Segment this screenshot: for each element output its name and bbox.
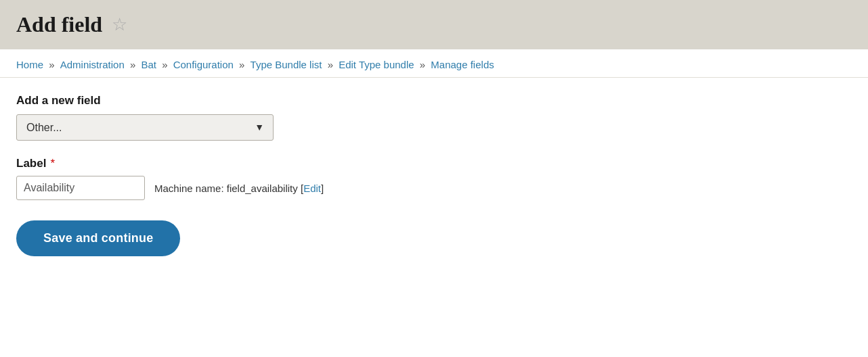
label-input[interactable] — [16, 176, 145, 200]
label-section: Label * Machine name: field_availability… — [16, 157, 852, 200]
required-star: * — [50, 157, 55, 170]
breadcrumb-type-bundle-list[interactable]: Type Bundle list — [251, 59, 322, 70]
label-row: Label * — [16, 157, 852, 170]
label-field-label: Label — [16, 157, 46, 170]
breadcrumb-manage-fields[interactable]: Manage fields — [431, 59, 494, 70]
save-and-continue-button[interactable]: Save and continue — [16, 220, 180, 256]
breadcrumb: Home » Administration » Bat » Configurat… — [16, 59, 852, 70]
label-input-row: Machine name: field_availability [Edit] — [16, 176, 852, 200]
breadcrumb-sep: » — [162, 59, 171, 70]
breadcrumb-administration[interactable]: Administration — [60, 59, 125, 70]
breadcrumb-bat[interactable]: Bat — [141, 59, 156, 70]
breadcrumb-home[interactable]: Home — [16, 59, 43, 70]
breadcrumb-sep: » — [130, 59, 139, 70]
breadcrumb-sep: » — [239, 59, 248, 70]
main-content: Add a new field Other... ▼ Label * Machi… — [0, 78, 868, 272]
breadcrumb-configuration[interactable]: Configuration — [173, 59, 234, 70]
page-title: Add field — [16, 12, 102, 37]
breadcrumb-sep: » — [420, 59, 429, 70]
field-type-select[interactable]: Other... — [16, 114, 274, 141]
page-header: Add field ☆ — [0, 0, 868, 49]
edit-machine-name-link[interactable]: Edit — [303, 183, 321, 194]
breadcrumb-bar: Home » Administration » Bat » Configurat… — [0, 49, 868, 78]
add-field-label: Add a new field — [16, 94, 852, 108]
machine-name-text: Machine name: field_availability [Edit] — [154, 183, 324, 194]
field-select-wrapper: Other... ▼ — [16, 114, 274, 141]
breadcrumb-sep: » — [49, 59, 58, 70]
breadcrumb-edit-type-bundle[interactable]: Edit Type bundle — [339, 59, 414, 70]
star-icon[interactable]: ☆ — [112, 16, 127, 34]
breadcrumb-sep: » — [328, 59, 337, 70]
